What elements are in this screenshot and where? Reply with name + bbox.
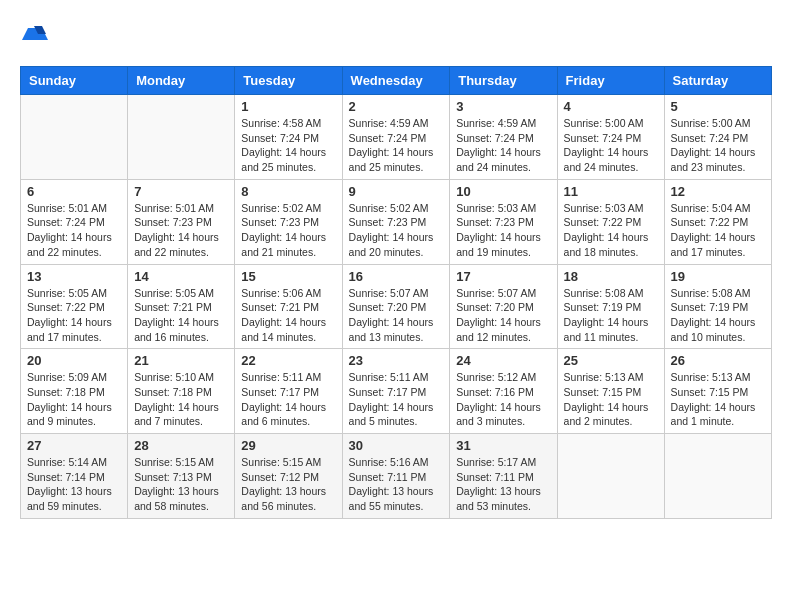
cell-info: Sunrise: 5:06 AMSunset: 7:21 PMDaylight:… (241, 286, 335, 345)
day-number: 1 (241, 99, 335, 114)
day-number: 17 (456, 269, 550, 284)
calendar-cell: 7Sunrise: 5:01 AMSunset: 7:23 PMDaylight… (128, 179, 235, 264)
day-number: 5 (671, 99, 765, 114)
day-number: 22 (241, 353, 335, 368)
cell-info: Sunrise: 5:10 AMSunset: 7:18 PMDaylight:… (134, 370, 228, 429)
calendar-cell: 20Sunrise: 5:09 AMSunset: 7:18 PMDayligh… (21, 349, 128, 434)
calendar-cell (128, 95, 235, 180)
weekday-header-monday: Monday (128, 67, 235, 95)
calendar-cell: 31Sunrise: 5:17 AMSunset: 7:11 PMDayligh… (450, 434, 557, 519)
calendar-cell: 12Sunrise: 5:04 AMSunset: 7:22 PMDayligh… (664, 179, 771, 264)
cell-info: Sunrise: 5:13 AMSunset: 7:15 PMDaylight:… (564, 370, 658, 429)
cell-info: Sunrise: 5:05 AMSunset: 7:22 PMDaylight:… (27, 286, 121, 345)
day-number: 7 (134, 184, 228, 199)
weekday-header-friday: Friday (557, 67, 664, 95)
cell-info: Sunrise: 5:03 AMSunset: 7:22 PMDaylight:… (564, 201, 658, 260)
calendar-cell: 4Sunrise: 5:00 AMSunset: 7:24 PMDaylight… (557, 95, 664, 180)
cell-info: Sunrise: 5:04 AMSunset: 7:22 PMDaylight:… (671, 201, 765, 260)
cell-info: Sunrise: 5:15 AMSunset: 7:13 PMDaylight:… (134, 455, 228, 514)
day-number: 3 (456, 99, 550, 114)
cell-info: Sunrise: 5:16 AMSunset: 7:11 PMDaylight:… (349, 455, 444, 514)
day-number: 28 (134, 438, 228, 453)
cell-info: Sunrise: 5:17 AMSunset: 7:11 PMDaylight:… (456, 455, 550, 514)
calendar-cell: 13Sunrise: 5:05 AMSunset: 7:22 PMDayligh… (21, 264, 128, 349)
calendar-cell: 16Sunrise: 5:07 AMSunset: 7:20 PMDayligh… (342, 264, 450, 349)
cell-info: Sunrise: 5:13 AMSunset: 7:15 PMDaylight:… (671, 370, 765, 429)
calendar-cell: 22Sunrise: 5:11 AMSunset: 7:17 PMDayligh… (235, 349, 342, 434)
cell-info: Sunrise: 5:00 AMSunset: 7:24 PMDaylight:… (671, 116, 765, 175)
cell-info: Sunrise: 5:14 AMSunset: 7:14 PMDaylight:… (27, 455, 121, 514)
weekday-header-row: SundayMondayTuesdayWednesdayThursdayFrid… (21, 67, 772, 95)
day-number: 29 (241, 438, 335, 453)
calendar-week-row: 13Sunrise: 5:05 AMSunset: 7:22 PMDayligh… (21, 264, 772, 349)
cell-info: Sunrise: 5:07 AMSunset: 7:20 PMDaylight:… (456, 286, 550, 345)
day-number: 16 (349, 269, 444, 284)
calendar-cell: 5Sunrise: 5:00 AMSunset: 7:24 PMDaylight… (664, 95, 771, 180)
day-number: 11 (564, 184, 658, 199)
weekday-header-saturday: Saturday (664, 67, 771, 95)
calendar-cell (21, 95, 128, 180)
cell-info: Sunrise: 4:59 AMSunset: 7:24 PMDaylight:… (349, 116, 444, 175)
day-number: 10 (456, 184, 550, 199)
cell-info: Sunrise: 5:02 AMSunset: 7:23 PMDaylight:… (349, 201, 444, 260)
day-number: 27 (27, 438, 121, 453)
day-number: 9 (349, 184, 444, 199)
calendar-cell: 28Sunrise: 5:15 AMSunset: 7:13 PMDayligh… (128, 434, 235, 519)
cell-info: Sunrise: 5:11 AMSunset: 7:17 PMDaylight:… (241, 370, 335, 429)
logo-icon (20, 20, 50, 50)
cell-info: Sunrise: 5:03 AMSunset: 7:23 PMDaylight:… (456, 201, 550, 260)
calendar-cell: 8Sunrise: 5:02 AMSunset: 7:23 PMDaylight… (235, 179, 342, 264)
day-number: 15 (241, 269, 335, 284)
calendar-cell: 21Sunrise: 5:10 AMSunset: 7:18 PMDayligh… (128, 349, 235, 434)
calendar-cell: 6Sunrise: 5:01 AMSunset: 7:24 PMDaylight… (21, 179, 128, 264)
calendar-table: SundayMondayTuesdayWednesdayThursdayFrid… (20, 66, 772, 519)
cell-info: Sunrise: 5:00 AMSunset: 7:24 PMDaylight:… (564, 116, 658, 175)
cell-info: Sunrise: 5:12 AMSunset: 7:16 PMDaylight:… (456, 370, 550, 429)
day-number: 4 (564, 99, 658, 114)
calendar-cell: 27Sunrise: 5:14 AMSunset: 7:14 PMDayligh… (21, 434, 128, 519)
weekday-header-sunday: Sunday (21, 67, 128, 95)
cell-info: Sunrise: 5:08 AMSunset: 7:19 PMDaylight:… (564, 286, 658, 345)
day-number: 8 (241, 184, 335, 199)
page-header (20, 20, 772, 50)
cell-info: Sunrise: 5:01 AMSunset: 7:23 PMDaylight:… (134, 201, 228, 260)
calendar-cell: 2Sunrise: 4:59 AMSunset: 7:24 PMDaylight… (342, 95, 450, 180)
day-number: 12 (671, 184, 765, 199)
cell-info: Sunrise: 5:15 AMSunset: 7:12 PMDaylight:… (241, 455, 335, 514)
day-number: 19 (671, 269, 765, 284)
calendar-cell: 1Sunrise: 4:58 AMSunset: 7:24 PMDaylight… (235, 95, 342, 180)
cell-info: Sunrise: 5:11 AMSunset: 7:17 PMDaylight:… (349, 370, 444, 429)
calendar-cell: 25Sunrise: 5:13 AMSunset: 7:15 PMDayligh… (557, 349, 664, 434)
day-number: 13 (27, 269, 121, 284)
calendar-week-row: 27Sunrise: 5:14 AMSunset: 7:14 PMDayligh… (21, 434, 772, 519)
day-number: 18 (564, 269, 658, 284)
calendar-cell: 10Sunrise: 5:03 AMSunset: 7:23 PMDayligh… (450, 179, 557, 264)
day-number: 2 (349, 99, 444, 114)
weekday-header-tuesday: Tuesday (235, 67, 342, 95)
calendar-cell: 3Sunrise: 4:59 AMSunset: 7:24 PMDaylight… (450, 95, 557, 180)
calendar-cell: 9Sunrise: 5:02 AMSunset: 7:23 PMDaylight… (342, 179, 450, 264)
cell-info: Sunrise: 5:01 AMSunset: 7:24 PMDaylight:… (27, 201, 121, 260)
cell-info: Sunrise: 5:02 AMSunset: 7:23 PMDaylight:… (241, 201, 335, 260)
day-number: 25 (564, 353, 658, 368)
weekday-header-wednesday: Wednesday (342, 67, 450, 95)
calendar-cell: 29Sunrise: 5:15 AMSunset: 7:12 PMDayligh… (235, 434, 342, 519)
cell-info: Sunrise: 5:09 AMSunset: 7:18 PMDaylight:… (27, 370, 121, 429)
calendar-week-row: 20Sunrise: 5:09 AMSunset: 7:18 PMDayligh… (21, 349, 772, 434)
cell-info: Sunrise: 4:58 AMSunset: 7:24 PMDaylight:… (241, 116, 335, 175)
day-number: 31 (456, 438, 550, 453)
calendar-cell: 24Sunrise: 5:12 AMSunset: 7:16 PMDayligh… (450, 349, 557, 434)
calendar-cell (557, 434, 664, 519)
calendar-cell (664, 434, 771, 519)
calendar-cell: 15Sunrise: 5:06 AMSunset: 7:21 PMDayligh… (235, 264, 342, 349)
cell-info: Sunrise: 5:07 AMSunset: 7:20 PMDaylight:… (349, 286, 444, 345)
calendar-cell: 26Sunrise: 5:13 AMSunset: 7:15 PMDayligh… (664, 349, 771, 434)
day-number: 21 (134, 353, 228, 368)
day-number: 24 (456, 353, 550, 368)
day-number: 14 (134, 269, 228, 284)
calendar-cell: 23Sunrise: 5:11 AMSunset: 7:17 PMDayligh… (342, 349, 450, 434)
cell-info: Sunrise: 4:59 AMSunset: 7:24 PMDaylight:… (456, 116, 550, 175)
calendar-cell: 11Sunrise: 5:03 AMSunset: 7:22 PMDayligh… (557, 179, 664, 264)
cell-info: Sunrise: 5:05 AMSunset: 7:21 PMDaylight:… (134, 286, 228, 345)
day-number: 6 (27, 184, 121, 199)
